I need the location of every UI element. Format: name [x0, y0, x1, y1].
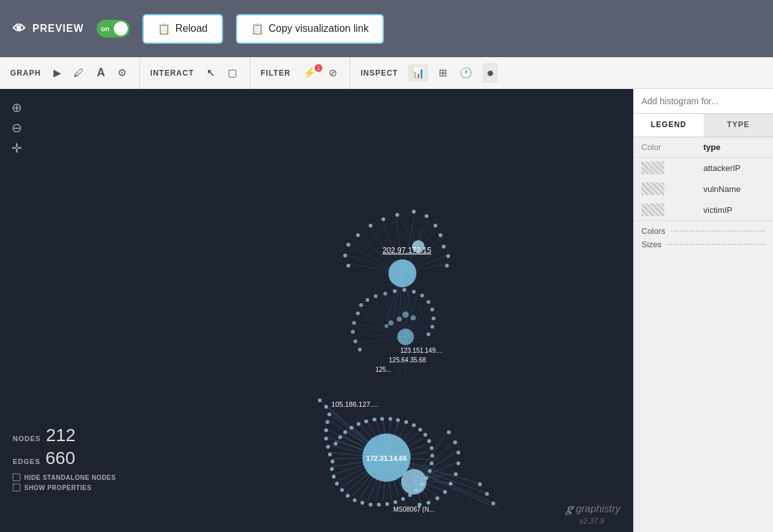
zoom-controls: ⊕ ⊖ ✛	[8, 99, 25, 157]
type-header: type	[704, 142, 766, 152]
svg-point-120	[388, 259, 416, 287]
svg-point-188	[338, 435, 342, 439]
preview-section: 👁 PREVIEW	[13, 22, 84, 36]
svg-point-140	[356, 311, 360, 315]
svg-point-137	[432, 317, 435, 320]
graphistry-version: v2.37.9	[579, 517, 604, 526]
inspect-section: INSPECT 📊 ⊞ 🕐 ●	[350, 57, 508, 88]
bar-chart-icon[interactable]: 📊	[408, 64, 428, 81]
brush-icon[interactable]: 🖊	[71, 65, 86, 81]
cursor-icon[interactable]: ↖	[204, 64, 217, 81]
table-icon[interactable]: ⊞	[436, 64, 449, 81]
svg-point-158	[340, 488, 344, 492]
clock-icon[interactable]: 🕐	[457, 64, 475, 81]
svg-point-159	[346, 494, 350, 498]
svg-text:202.97.172.15: 202.97.172.15	[383, 246, 432, 255]
filter-clear-icon[interactable]: ⊘	[326, 64, 339, 81]
zoom-out-button[interactable]: ⊖	[8, 119, 25, 137]
select-icon[interactable]: ▢	[225, 64, 240, 81]
filter-label: FILTER	[261, 69, 291, 78]
legend-header: Color type	[634, 137, 773, 158]
svg-point-126	[385, 324, 388, 328]
svg-point-114	[346, 243, 350, 247]
svg-point-110	[425, 214, 428, 218]
filter-count: 1	[315, 64, 322, 72]
histogram-search-input[interactable]	[641, 96, 765, 106]
inspect-label: INSPECT	[360, 69, 398, 78]
fit-button[interactable]: ✛	[8, 139, 25, 157]
graph-label: GRAPH	[10, 69, 41, 78]
hide-standalone-checkbox[interactable]	[13, 474, 20, 481]
tab-type[interactable]: TYPE	[704, 114, 774, 137]
svg-point-116	[346, 264, 350, 268]
graph-section: GRAPH ▶ 🖊 A ⚙	[0, 57, 140, 88]
svg-point-129	[374, 294, 378, 298]
reload-label: Reload	[175, 23, 208, 34]
svg-point-145	[397, 329, 414, 345]
reload-button[interactable]: 📋 Reload	[142, 14, 223, 44]
svg-point-135	[427, 300, 430, 304]
copy-link-button[interactable]: 📋 Copy visualization link	[236, 14, 384, 44]
eye-icon: 👁	[13, 22, 26, 36]
zoom-in-button[interactable]: ⊕	[8, 99, 25, 116]
legend-row-vulnname: vulnName	[634, 179, 773, 200]
svg-point-202	[491, 501, 495, 505]
svg-point-127	[359, 303, 363, 307]
interact-label: INTERACT	[150, 69, 194, 78]
svg-point-204	[401, 469, 427, 494]
svg-point-138	[430, 325, 434, 329]
svg-point-111	[434, 224, 437, 228]
svg-point-183	[373, 418, 376, 421]
svg-point-160	[353, 498, 357, 502]
graphistry-name: graphistry	[576, 503, 620, 514]
svg-text:123.151.149....: 123.151.149....	[400, 347, 443, 354]
legend-type-victimip: victimIP	[704, 205, 766, 215]
sizes-dashed-line	[667, 244, 765, 245]
svg-point-136	[430, 308, 434, 311]
preview-toggle[interactable]: on	[97, 20, 130, 38]
svg-text:125.64.35.68: 125.64.35.68	[389, 357, 427, 364]
play-icon[interactable]: ▶	[51, 64, 64, 81]
nodes-stat: NODES 212	[13, 425, 116, 446]
graphistry-watermark: 𝒈 graphistry v2.37.9	[566, 500, 620, 526]
settings-icon[interactable]: ⚙	[115, 64, 129, 81]
sizes-label: Sizes	[641, 240, 662, 249]
svg-point-181	[388, 417, 392, 421]
legend-type-vulnname: vulnName	[704, 184, 766, 194]
right-panel: LEGEND TYPE Color type attackerIP vulnNa…	[633, 89, 773, 532]
legend-row-attackerip: attackerIP	[634, 158, 773, 179]
text-icon[interactable]: A	[94, 64, 107, 82]
colors-label: Colors	[641, 226, 666, 236]
reload-icon: 📋	[158, 23, 170, 35]
svg-point-165	[393, 500, 397, 504]
nodes-value: 212	[46, 425, 76, 446]
svg-point-119	[445, 264, 449, 268]
edges-label: EDGES	[13, 458, 41, 465]
svg-point-166	[401, 497, 405, 501]
show-properties-checkbox[interactable]	[13, 484, 20, 491]
svg-point-112	[439, 233, 442, 237]
svg-point-128	[366, 298, 369, 302]
svg-point-200	[478, 482, 482, 486]
svg-point-193	[456, 461, 460, 465]
svg-point-133	[412, 290, 416, 294]
graph-area[interactable]: ⊕ ⊖ ✛	[0, 89, 633, 532]
svg-point-163	[377, 503, 381, 507]
svg-point-196	[443, 490, 447, 494]
svg-point-154	[331, 460, 334, 463]
circle-icon[interactable]: ●	[482, 63, 498, 83]
svg-point-201	[485, 492, 489, 496]
toggle-on-label: on	[101, 25, 109, 32]
filter-section: FILTER ⚡ 1 ⊘	[250, 57, 350, 88]
svg-point-172	[430, 461, 434, 465]
color-swatch-vulnname	[641, 182, 664, 195]
histogram-input-area	[634, 89, 773, 114]
svg-point-178	[412, 423, 416, 427]
svg-point-187	[343, 430, 347, 434]
svg-text:125...: 125...	[375, 366, 391, 373]
svg-point-115	[343, 254, 347, 257]
tab-legend[interactable]: LEGEND	[634, 114, 704, 137]
svg-point-131	[393, 289, 397, 293]
hide-standalone-label: HIDE STANDALONE NODES	[24, 474, 116, 481]
svg-point-147	[324, 405, 328, 409]
